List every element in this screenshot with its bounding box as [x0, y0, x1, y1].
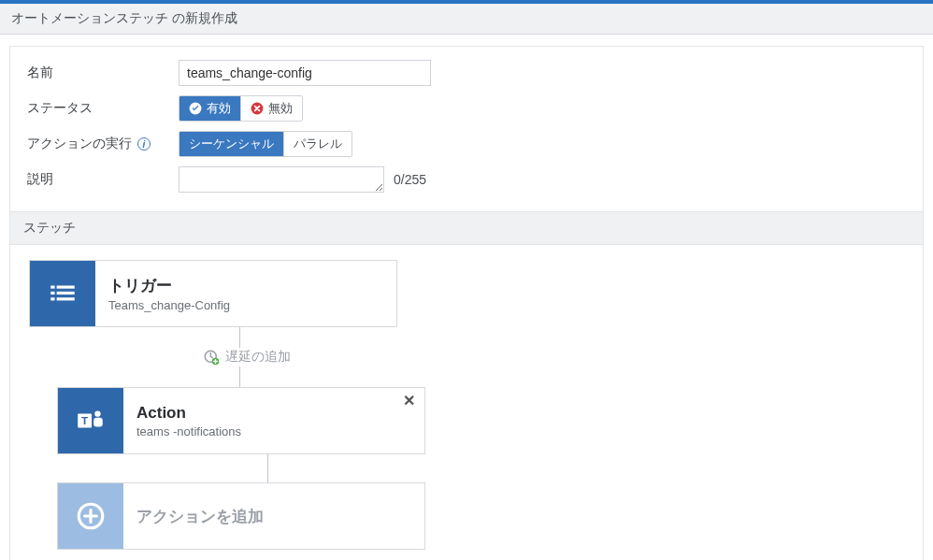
trigger-card[interactable]: トリガー Teams_change-Config	[29, 260, 397, 327]
add-action-tile	[58, 483, 123, 549]
teams-icon: T	[75, 405, 107, 437]
list-icon	[47, 278, 79, 309]
status-enabled-label: 有効	[207, 100, 231, 117]
svg-rect-7	[57, 297, 75, 300]
connector-line	[239, 327, 240, 348]
row-description: 説明 0/255	[27, 166, 906, 193]
page-title-text: オートメーションステッチ の新規作成	[11, 10, 237, 25]
stitch-canvas: トリガー Teams_change-Config 遅延の追加	[10, 245, 923, 560]
trigger-sub: Teams_change-Config	[108, 298, 383, 312]
trigger-title: トリガー	[108, 275, 383, 296]
add-delay-button[interactable]: 遅延の追加	[203, 348, 904, 366]
svg-point-12	[94, 410, 100, 416]
main-panel: 名前 ステータス 有効	[9, 46, 924, 560]
exec-toggle: シーケンシャル パラレル	[179, 131, 352, 157]
page-title: オートメーションステッチ の新規作成	[0, 4, 933, 35]
desc-label: 説明	[27, 171, 179, 188]
add-delay-label: 遅延の追加	[225, 349, 291, 366]
description-textarea[interactable]	[179, 166, 384, 193]
svg-rect-2	[50, 286, 54, 289]
status-disabled-button[interactable]: 無効	[241, 96, 302, 121]
svg-text:T: T	[81, 414, 88, 426]
x-circle-icon	[251, 102, 264, 115]
clock-plus-icon	[203, 349, 220, 366]
svg-rect-5	[57, 292, 75, 294]
svg-rect-4	[50, 292, 54, 294]
exec-sequential-button[interactable]: シーケンシャル	[179, 132, 284, 156]
check-circle-icon	[189, 102, 202, 115]
plus-circle-icon	[75, 500, 107, 532]
svg-rect-13	[93, 418, 103, 427]
remove-action-button[interactable]: ✕	[403, 394, 415, 409]
action-title: Action	[136, 404, 411, 423]
action-sub: teams -notifications	[136, 424, 411, 438]
exec-parallel-button[interactable]: パラレル	[284, 132, 352, 156]
desc-counter: 0/255	[394, 172, 426, 187]
stitch-header-text: ステッチ	[23, 220, 76, 235]
form-area: 名前 ステータス 有効	[10, 47, 923, 211]
add-action-label: アクションを追加	[136, 506, 411, 527]
info-icon[interactable]: i	[137, 137, 151, 151]
action-card[interactable]: T Action teams -notifications ✕	[57, 387, 425, 454]
name-input[interactable]	[179, 60, 431, 86]
svg-rect-3	[57, 286, 75, 289]
exec-sequential-label: シーケンシャル	[189, 136, 274, 152]
connector-line	[239, 366, 240, 387]
add-action-card[interactable]: アクションを追加	[57, 482, 425, 550]
status-label: ステータス	[27, 100, 179, 117]
exec-parallel-label: パラレル	[294, 136, 342, 152]
status-enabled-button[interactable]: 有効	[179, 96, 241, 121]
status-toggle: 有効 無効	[179, 95, 303, 122]
action-tile: T	[58, 388, 123, 453]
name-label: 名前	[27, 65, 179, 81]
svg-rect-6	[50, 297, 54, 300]
status-disabled-label: 無効	[268, 100, 293, 117]
exec-label: アクションの実行 i	[27, 136, 179, 152]
stitch-header: ステッチ	[10, 211, 923, 245]
row-status: ステータス 有効 無効	[27, 95, 906, 122]
connector-line	[267, 454, 268, 482]
row-name: 名前	[27, 60, 906, 86]
row-exec: アクションの実行 i シーケンシャル パラレル	[27, 131, 906, 157]
trigger-tile	[30, 261, 95, 326]
exec-label-text: アクションの実行	[27, 136, 132, 152]
